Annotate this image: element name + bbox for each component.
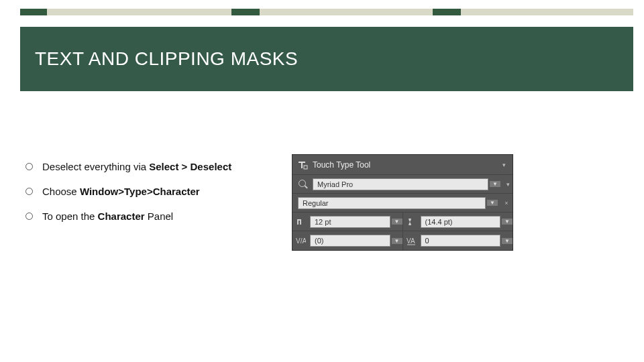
bullet-text: Choose xyxy=(42,186,80,197)
accent-seg xyxy=(260,9,433,15)
bullet-bold: Character xyxy=(98,210,145,222)
character-panel: Touch Type Tool ▾ Myriad Pro ▼ ▾ Regular… xyxy=(292,154,513,251)
list-item: Deselect everything via Select > Deselec… xyxy=(25,161,295,172)
tracking-field[interactable]: 0 xyxy=(421,235,501,247)
kerning-field[interactable]: (0) xyxy=(310,235,390,247)
font-style-row: Regular ▼ × xyxy=(292,194,513,213)
tracking-icon: VA xyxy=(403,235,419,246)
bullet-ring-icon xyxy=(25,213,33,220)
bullet-text: Deselect everything via xyxy=(42,161,149,172)
list-item: Choose Window>Type>Character xyxy=(25,186,295,197)
dropdown-icon[interactable]: ▼ xyxy=(392,238,402,244)
accent-seg xyxy=(461,9,633,15)
kerning-tracking-row: V/A (0) ▼ VA 0 ▼ xyxy=(292,231,513,250)
accent-seg xyxy=(47,9,231,15)
close-icon[interactable]: × xyxy=(500,194,513,212)
bullet-text: Panel xyxy=(145,210,174,222)
accent-seg xyxy=(231,9,260,15)
leading-field[interactable]: (14.4 pt) xyxy=(421,216,501,228)
touch-type-icon xyxy=(297,159,309,171)
bullet-bold: Window>Type>Character xyxy=(80,186,200,197)
kerning-icon: V/A xyxy=(292,235,309,246)
font-family-row: Myriad Pro ▼ ▾ xyxy=(292,175,513,194)
dropdown-icon[interactable]: ▼ xyxy=(502,219,513,225)
page-title: TEXT AND CLIPPING MASKS xyxy=(35,48,298,70)
accent-bar xyxy=(20,9,633,15)
dropdown-icon[interactable]: ▼ xyxy=(392,219,402,225)
svg-rect-0 xyxy=(304,166,307,169)
svg-text:VA: VA xyxy=(407,237,415,245)
font-size-field[interactable]: 12 pt xyxy=(310,216,390,228)
font-size-icon xyxy=(292,217,309,227)
accent-seg xyxy=(20,9,47,15)
bullet-ring-icon xyxy=(25,188,33,195)
dropdown-icon[interactable]: ▼ xyxy=(487,200,498,206)
panel-menu-icon[interactable]: ▾ xyxy=(499,162,508,168)
font-style-field[interactable]: Regular xyxy=(298,197,486,209)
panel-menu-icon[interactable]: ▾ xyxy=(503,175,513,193)
list-item: To open the Character Panel xyxy=(25,210,295,222)
svg-text:V/A: V/A xyxy=(296,237,306,245)
touch-type-label[interactable]: Touch Type Tool xyxy=(313,160,370,170)
size-leading-row: 12 pt ▼ (14.4 pt) ▼ xyxy=(292,213,513,231)
touch-type-row: Touch Type Tool ▾ xyxy=(292,155,513,175)
dropdown-icon[interactable]: ▼ xyxy=(490,181,500,187)
bullet-text: To open the xyxy=(42,210,98,222)
leading-icon xyxy=(403,217,419,227)
bullet-list: Deselect everything via Select > Deselec… xyxy=(20,161,295,235)
dropdown-icon[interactable]: ▼ xyxy=(502,238,513,244)
title-bar: TEXT AND CLIPPING MASKS xyxy=(20,27,633,91)
font-family-field[interactable]: Myriad Pro xyxy=(313,178,488,190)
search-icon xyxy=(295,178,311,190)
bullet-bold: Select > Deselect xyxy=(149,161,231,172)
accent-seg xyxy=(433,9,461,15)
bullet-ring-icon xyxy=(25,163,33,170)
